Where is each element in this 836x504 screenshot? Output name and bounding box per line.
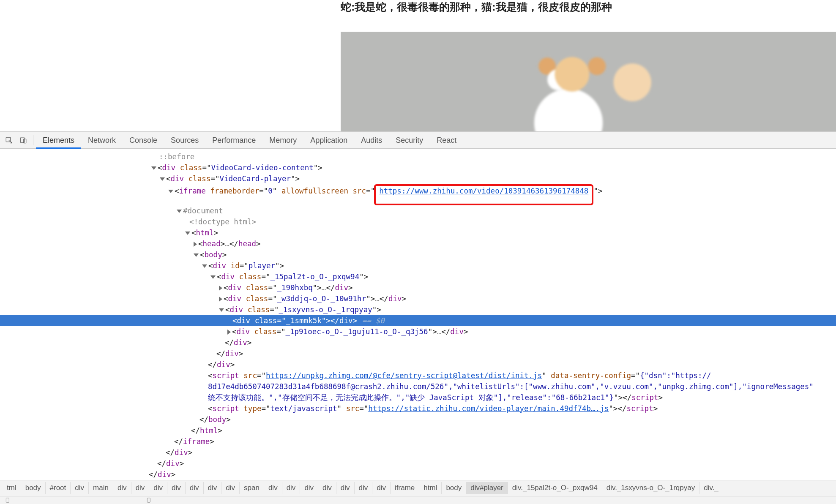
div-c2-node[interactable]: <div class="_190hxbq">…</div> <box>0 282 836 293</box>
close-div-2[interactable]: </div> <box>0 348 836 359</box>
iframe-node[interactable]: <iframe frameborder="0" allowfullscreen … <box>0 184 836 205</box>
head-node[interactable]: <head>…</head> <box>0 238 836 249</box>
page-right-col: 蛇:我是蛇，很毒很毒的那种，猫:我是猫，很皮很皮的那种 <box>341 0 836 131</box>
device-icon-2[interactable] <box>146 496 152 504</box>
browser-page-content: 蛇:我是蛇，很毒很毒的那种，猫:我是猫，很皮很皮的那种 <box>0 0 836 131</box>
tab-elements[interactable]: Elements <box>36 132 81 149</box>
svg-rect-3 <box>6 498 9 503</box>
breadcrumb-item[interactable]: div <box>204 482 222 494</box>
breadcrumb-item[interactable]: div <box>264 482 282 494</box>
breadcrumb-item[interactable]: div <box>372 482 391 494</box>
video-preview[interactable] <box>341 32 836 131</box>
body-node[interactable]: <body> <box>0 249 836 260</box>
iframe-src-url[interactable]: https://www.zhihu.com/video/103914636139… <box>379 187 588 195</box>
tab-performance[interactable]: Performance <box>205 132 262 149</box>
div-c3-node[interactable]: <div class="_w3ddjq-o_O-_10w91hr">…</div… <box>0 293 836 304</box>
devtools-panel: Elements Network Console Sources Perform… <box>0 131 836 504</box>
breadcrumb-item[interactable]: div <box>282 482 301 494</box>
inspect-element-icon[interactable] <box>3 134 15 147</box>
breadcrumb-item[interactable]: div <box>186 482 204 494</box>
div-videocard-video-content[interactable]: <div class="VideoCard-video-content"> <box>0 162 836 173</box>
script1-line3[interactable]: 统不支持该功能。","存储空间不足，无法完成此操作。","缺少 JavaScri… <box>0 392 836 403</box>
close-div-vcc[interactable]: </div> <box>0 458 836 469</box>
div-player-node[interactable]: <div id="player"> <box>0 260 836 271</box>
toolbar-separator <box>33 135 33 145</box>
tab-application[interactable]: Application <box>303 132 354 149</box>
breadcrumb-bar[interactable]: tmlbody#rootdivmaindivdivdivdivdivdivdiv… <box>0 480 836 496</box>
devtools-bottom-strip <box>0 496 836 504</box>
tab-react[interactable]: React <box>430 132 463 149</box>
breadcrumb-item[interactable]: body <box>21 482 46 494</box>
tab-audits[interactable]: Audits <box>354 132 389 149</box>
selected-node[interactable]: <div class="_1smmk5k"></div>== $0 <box>0 315 836 326</box>
breadcrumb-item[interactable]: div <box>167 482 186 494</box>
tab-memory[interactable]: Memory <box>262 132 303 149</box>
breadcrumb-item[interactable]: div <box>71 482 89 494</box>
div-c5-node[interactable]: <div class="_1p91oec-o_O-_1guju11-o_O-_q… <box>0 326 836 337</box>
tab-network[interactable]: Network <box>81 132 123 149</box>
tab-sources[interactable]: Sources <box>164 132 205 149</box>
close-div-vcp[interactable]: </div> <box>0 447 836 458</box>
tab-security[interactable]: Security <box>389 132 430 149</box>
breadcrumb-item[interactable]: div <box>221 482 240 494</box>
svg-rect-1 <box>20 138 25 142</box>
breadcrumb-item[interactable]: div <box>300 482 318 494</box>
close-div-3[interactable]: </div> <box>0 359 836 370</box>
devtools-tabs: Elements Network Console Sources Perform… <box>0 132 836 149</box>
breadcrumb-item[interactable]: main <box>89 482 113 494</box>
close-div-outer[interactable]: </div> <box>0 469 836 480</box>
cat-image <box>480 42 657 131</box>
svg-rect-4 <box>147 498 150 503</box>
div-videocard-player[interactable]: <div class="VideoCard-player"> <box>0 173 836 184</box>
device-toolbar-icon[interactable] <box>17 134 30 147</box>
breadcrumb-item[interactable]: div#player <box>466 482 508 494</box>
close-body[interactable]: </body> <box>0 414 836 425</box>
html-node[interactable]: <html> <box>0 227 836 238</box>
breadcrumb-item[interactable]: div._15pal2t-o_O-_pxqw94 <box>508 482 602 494</box>
breadcrumb-item[interactable]: div <box>336 482 355 494</box>
breadcrumb-item[interactable]: body <box>442 482 466 494</box>
document-node[interactable]: #document <box>0 205 836 216</box>
breadcrumb-item[interactable]: div <box>318 482 336 494</box>
breadcrumb-item[interactable]: div <box>113 482 131 494</box>
breadcrumb-item[interactable]: html <box>419 482 442 494</box>
pseudo-before[interactable]: ::before <box>0 151 836 162</box>
breadcrumb-item[interactable]: div._ <box>699 482 723 494</box>
div-c1-node[interactable]: <div class="_15pal2t-o_O-_pxqw94"> <box>0 271 836 282</box>
breadcrumb-item[interactable]: div <box>131 482 150 494</box>
breadcrumb-item[interactable]: #root <box>46 482 71 494</box>
close-iframe[interactable]: </iframe> <box>0 436 836 447</box>
tab-console[interactable]: Console <box>123 132 164 149</box>
breadcrumb-item[interactable]: div <box>149 482 167 494</box>
breadcrumb-item[interactable]: tml <box>3 482 21 494</box>
breadcrumb-item[interactable]: span <box>240 482 264 494</box>
breadcrumb-item[interactable]: div <box>355 482 373 494</box>
device-icon[interactable] <box>5 496 11 504</box>
close-div-1[interactable]: </div> <box>0 337 836 348</box>
iframe-src-highlight: https://www.zhihu.com/video/103914636139… <box>374 184 593 205</box>
article-title: 蛇:我是蛇，很毒很毒的那种，猫:我是猫，很皮很皮的那种 <box>341 0 836 18</box>
breadcrumb-item[interactable]: div._1sxyvns-o_O-_1rqpyay <box>602 482 699 494</box>
close-html[interactable]: </html> <box>0 425 836 436</box>
script1-line2[interactable]: 8d17e4db6507407283d31a4fb688698f@crash2.… <box>0 381 836 392</box>
dom-tree[interactable]: ::before <div class="VideoCard-video-con… <box>0 149 836 480</box>
eq-zero-indicator: == $0 <box>362 316 385 325</box>
page-left-empty <box>0 0 341 131</box>
doctype-node[interactable]: <!doctype html> <box>0 216 836 227</box>
script1-node[interactable]: <script src="https://unpkg.zhimg.com/@cf… <box>0 370 836 381</box>
breadcrumb-item[interactable]: iframe <box>391 482 419 494</box>
div-c4-node[interactable]: <div class="_1sxyvns-o_O-_1rqpyay"> <box>0 304 836 315</box>
script2-node[interactable]: <script type="text/javascript" src="http… <box>0 403 836 414</box>
